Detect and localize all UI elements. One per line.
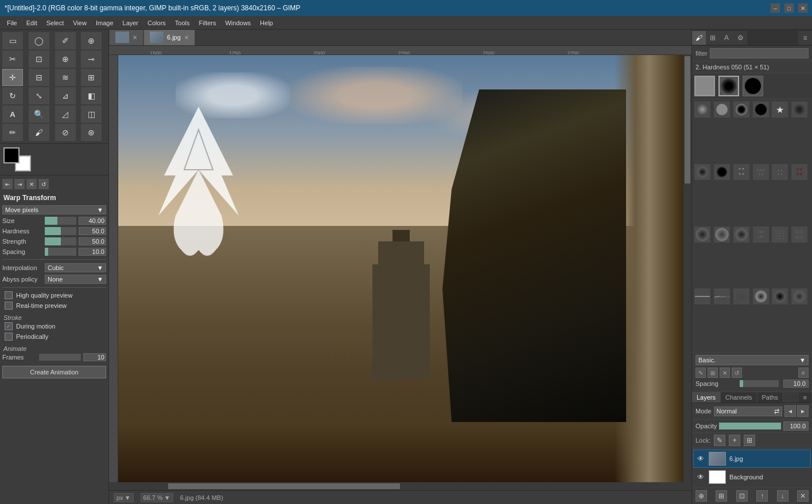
layer-duplicate-btn[interactable]: ⊡ <box>736 490 748 502</box>
brush-item-texture1[interactable]: ∷∷∷∷ <box>753 226 769 243</box>
layers-mode-prev[interactable]: ◂ <box>784 405 796 417</box>
layers-tab-layers[interactable]: Layers <box>692 392 721 403</box>
close-button[interactable]: ✕ <box>798 3 807 13</box>
scissors-select-tool[interactable]: ✂ <box>2 50 23 68</box>
brush-item-4[interactable] <box>753 101 769 118</box>
move-tool[interactable]: ✛ <box>2 69 23 86</box>
brush-item-1[interactable] <box>694 101 710 118</box>
during-motion-checkbox[interactable] <box>5 322 13 330</box>
layers-mode-next[interactable]: ▸ <box>797 405 809 417</box>
scale-tool[interactable]: ⤡ <box>29 87 49 104</box>
strength-slider[interactable] <box>45 237 76 245</box>
frames-value[interactable] <box>83 353 106 361</box>
brush-spacing-slider[interactable] <box>740 380 779 387</box>
brush-preview-hard[interactable] <box>743 76 763 96</box>
zoom-tool[interactable]: ⊕ <box>55 50 76 68</box>
menu-select[interactable]: Select <box>42 18 69 28</box>
brush-spacing-value[interactable] <box>783 380 809 388</box>
layers-tab-menu[interactable]: ≡ <box>799 392 812 403</box>
brush-edit-icon[interactable]: ✎ <box>696 368 706 378</box>
brush-item-5[interactable] <box>791 101 807 118</box>
brush-item-texture3[interactable]: ▦▦▦▦ <box>791 226 807 243</box>
brush-item-8[interactable] <box>733 288 749 304</box>
menu-windows[interactable]: Windows <box>220 18 255 28</box>
menu-help[interactable]: Help <box>255 18 278 28</box>
lock-all-btn[interactable]: ⊞ <box>744 435 755 446</box>
tab-1-close[interactable]: ✕ <box>133 34 137 41</box>
menu-edit[interactable]: Edit <box>22 18 42 28</box>
zoom-dropdown[interactable]: 66.7 % ▼ <box>141 493 173 502</box>
opacity-slider[interactable] <box>719 423 781 429</box>
scrollbar-horizontal-thumb[interactable] <box>168 483 400 489</box>
brush-delete-icon[interactable]: ✕ <box>720 368 730 378</box>
layer-row-background[interactable]: 👁 Background <box>693 468 811 486</box>
brush-item-11[interactable] <box>791 288 807 304</box>
brush-item-x1[interactable]: ✕✕✕✕ <box>791 164 807 180</box>
airbrush-tool[interactable]: ⊛ <box>81 124 102 141</box>
brush-item-star1[interactable]: ★ <box>772 101 788 118</box>
abyss-policy-dropdown[interactable]: None ▼ <box>45 275 106 284</box>
paintbrush-tool[interactable]: 🖌 <box>29 124 49 141</box>
hardness-slider[interactable] <box>45 227 76 235</box>
unit-dropdown[interactable]: px ▼ <box>114 493 134 502</box>
brush-item-7[interactable] <box>714 164 730 180</box>
options-delete-icon[interactable]: ✕ <box>26 179 37 189</box>
layer-row-6jpg[interactable]: 👁 6.jpg <box>693 450 811 468</box>
pattern-panel-tab[interactable]: ⊞ <box>706 31 720 45</box>
layer-visibility-background[interactable]: 👁 <box>696 472 705 482</box>
brush-item-10[interactable] <box>772 288 788 304</box>
scrollbar-vertical[interactable] <box>683 55 691 482</box>
brush-item-scatter3[interactable]: + ++ + <box>772 164 788 180</box>
layer-group-btn[interactable]: ⊞ <box>716 490 727 502</box>
brush-refresh-icon[interactable]: ↺ <box>732 368 742 378</box>
font-panel-tab[interactable]: A <box>720 31 733 45</box>
menu-colors[interactable]: Colors <box>143 18 170 28</box>
lock-position-btn[interactable]: + <box>729 435 740 446</box>
warp-transform-tool[interactable]: ≋ <box>55 69 76 86</box>
layers-mode-dropdown[interactable]: Normal ⇄ <box>714 407 782 416</box>
size-slider[interactable] <box>45 217 76 225</box>
fg-select-tool[interactable]: ⊡ <box>29 50 49 68</box>
pencil-tool[interactable]: ✏ <box>2 124 23 141</box>
options-reset-icon[interactable]: ↺ <box>38 179 49 189</box>
panel-menu-icon[interactable]: ≡ <box>798 31 812 45</box>
brush-preview-selected[interactable] <box>718 76 739 96</box>
hardness-value[interactable] <box>79 227 106 235</box>
measure-tool[interactable]: ⊸ <box>81 50 102 68</box>
tab-6jpg-close[interactable]: ✕ <box>184 34 189 41</box>
tab-6jpg[interactable]: 6.jpg ✕ <box>143 30 195 45</box>
layer-delete-btn[interactable]: ✕ <box>797 490 809 502</box>
brush-item-large3[interactable] <box>733 226 749 243</box>
opacity-value[interactable] <box>783 421 809 431</box>
menu-tools[interactable]: Tools <box>170 18 195 28</box>
scrollbar-vertical-thumb[interactable] <box>685 56 690 183</box>
high-quality-preview-checkbox[interactable] <box>5 291 13 299</box>
brush-item-scatter2[interactable]: ✣✣✣✣✣ <box>753 164 769 180</box>
settings-panel-tab[interactable]: ⚙ <box>733 31 747 45</box>
spacing-value[interactable] <box>79 248 106 256</box>
rotate-tool[interactable]: ↻ <box>2 87 23 104</box>
text-tool[interactable]: A <box>2 106 23 123</box>
blend-tool[interactable]: ◫ <box>81 106 102 123</box>
canvas-viewport[interactable] <box>118 55 683 482</box>
layer-visibility-6jpg[interactable]: 👁 <box>696 454 705 463</box>
size-value[interactable] <box>79 217 106 225</box>
interpolation-dropdown[interactable]: Cubic ▼ <box>45 263 106 272</box>
options-save-icon[interactable]: ⇤ <box>2 179 13 189</box>
maximize-button[interactable]: □ <box>784 3 794 13</box>
brush-item-scatter1[interactable]: ✦✦✦✦ <box>733 164 749 180</box>
brush-item-line2[interactable] <box>714 288 730 304</box>
brush-duplicate-icon[interactable]: ⊞ <box>708 368 718 378</box>
real-time-preview-checkbox[interactable] <box>5 302 13 310</box>
brush-item-2[interactable] <box>714 101 730 118</box>
fuzzy-select-tool[interactable]: ⊕ <box>81 32 102 49</box>
ellipse-select-tool[interactable]: ◯ <box>29 32 49 49</box>
minimize-button[interactable]: – <box>771 3 780 13</box>
eraser-tool[interactable]: ⊘ <box>55 124 76 141</box>
brush-item-3[interactable] <box>733 101 749 118</box>
rect-select-tool[interactable]: ▭ <box>2 32 23 49</box>
scrollbar-horizontal[interactable] <box>109 482 691 490</box>
brush-item-large1[interactable] <box>694 226 710 243</box>
filter-input[interactable] <box>710 48 809 58</box>
layers-tab-channels[interactable]: Channels <box>721 392 757 403</box>
